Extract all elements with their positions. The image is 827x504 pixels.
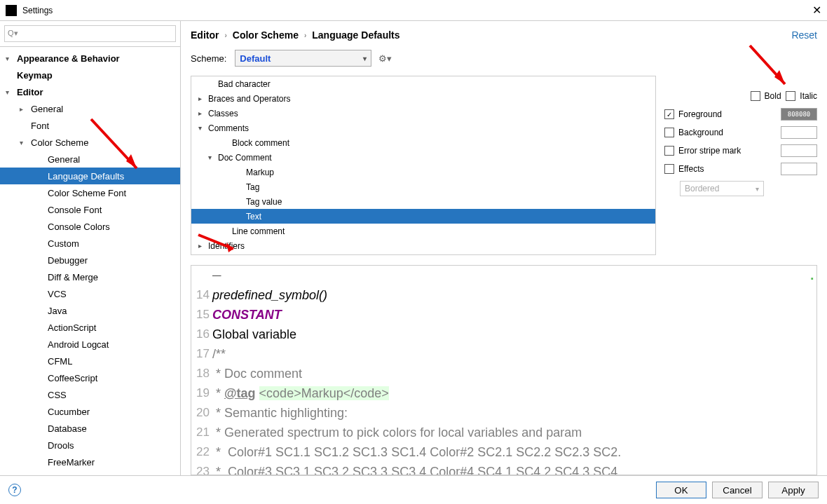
help-icon[interactable]: ? — [8, 484, 21, 496]
chevron-down-icon: ▾ — [756, 185, 759, 193]
sidebar-item[interactable]: Debugger — [0, 252, 180, 268]
background-swatch[interactable] — [781, 126, 817, 139]
main-area: Q▾ ▾Appearance & BehaviorKeymap▾Editor▸G… — [0, 21, 827, 475]
crumb-colorscheme[interactable]: Color Scheme — [233, 29, 299, 41]
outline-row[interactable]: ▸Identifiers — [191, 238, 655, 253]
outline-row[interactable]: Tag value — [191, 194, 655, 209]
sidebar-item[interactable]: Language Defaults — [0, 168, 180, 184]
cancel-button[interactable]: Cancel — [712, 482, 763, 498]
foreground-checkbox[interactable] — [664, 109, 674, 119]
preview-marker-icon: ▪ — [811, 268, 814, 288]
scheme-select[interactable]: Default ▾ — [235, 50, 371, 67]
preview-line: 22 * Color#1 SC1.1 SC1.2 SC1.3 SC1.4 Col… — [191, 442, 816, 462]
preview-line: 23 * Color#3 SC3.1 SC3.2 SC3.3 SC3.4 Col… — [191, 462, 816, 475]
dialog-footer: ? OK Cancel Apply — [0, 475, 827, 504]
preview-line: 17/** — [191, 344, 816, 364]
outline-row[interactable]: ▸Classes — [191, 106, 655, 121]
outline-row[interactable]: Block comment — [191, 135, 655, 150]
window-title: Settings — [22, 6, 812, 15]
foreground-swatch[interactable]: 808080 — [781, 108, 817, 121]
italic-checkbox[interactable] — [786, 91, 795, 101]
sidebar: Q▾ ▾Appearance & BehaviorKeymap▾Editor▸G… — [0, 21, 181, 475]
breadcrumb: Editor › Color Scheme › Language Default… — [191, 27, 817, 43]
crumb-page: Language Defaults — [312, 29, 399, 41]
attributes-tree[interactable]: Bad character▸Braces and Operators▸Class… — [191, 76, 656, 255]
effects-checkbox[interactable] — [664, 164, 674, 174]
preview-line: 16Global variable — [191, 325, 816, 344]
apply-button[interactable]: Apply — [768, 482, 819, 498]
sidebar-item[interactable]: ▸General — [0, 100, 180, 117]
sidebar-item[interactable]: CSS — [0, 386, 180, 403]
sidebar-item[interactable]: Color Scheme Font — [0, 184, 180, 201]
sidebar-item[interactable]: Drools — [0, 437, 180, 454]
sidebar-item[interactable]: Console Font — [0, 201, 180, 218]
reset-link[interactable]: Reset — [791, 29, 817, 41]
sidebar-item[interactable]: General — [0, 151, 180, 168]
properties-panel: Bold Italic Foreground 808080 Background — [656, 76, 817, 255]
bold-checkbox[interactable] — [751, 91, 760, 101]
outline-row[interactable]: ▾Comments — [191, 121, 655, 135]
preview-line: 18 * Doc comment — [191, 364, 816, 383]
scheme-row: Scheme: Default ▾ ⚙▾ — [191, 48, 817, 69]
sidebar-item[interactable]: ▾Color Scheme — [0, 134, 180, 151]
sidebar-item[interactable]: VCS — [0, 285, 180, 302]
foreground-label: Foreground — [678, 109, 722, 119]
sidebar-item[interactable]: Custom — [0, 235, 180, 252]
background-checkbox[interactable] — [664, 128, 674, 137]
sidebar-item[interactable]: Console Colors — [0, 218, 180, 235]
sidebar-item[interactable]: Android Logcat — [0, 336, 180, 353]
sidebar-item[interactable]: ActionScript — [0, 319, 180, 336]
ok-button[interactable]: OK — [656, 482, 706, 498]
preview-line: 15CONSTANT — [191, 305, 816, 325]
sidebar-item[interactable]: CFML — [0, 353, 180, 369]
crumb-editor[interactable]: Editor — [191, 29, 219, 41]
bold-label: Bold — [765, 91, 781, 101]
italic-label: Italic — [800, 91, 817, 101]
title-bar: Settings ✕ — [0, 0, 827, 21]
outline-row[interactable]: ▾Doc Comment — [191, 150, 655, 165]
app-icon — [6, 5, 17, 16]
outline-row[interactable]: Line comment — [191, 224, 655, 238]
code-preview: ▪ 14predefined_symbol()15CONSTANT16Globa… — [191, 265, 817, 475]
effects-label: Effects — [678, 164, 704, 174]
chevron-right-icon: › — [224, 32, 226, 39]
search-bar: Q▾ — [0, 21, 180, 47]
preview-line: 20 * Semantic highlighting: — [191, 403, 816, 423]
scheme-value: Default — [240, 53, 271, 64]
background-label: Background — [678, 128, 723, 137]
outline-row[interactable]: Bad character — [191, 76, 655, 91]
preview-line: 14predefined_symbol() — [191, 285, 816, 305]
sidebar-item[interactable]: ▾Editor — [0, 83, 180, 100]
sidebar-item[interactable]: Diff & Merge — [0, 268, 180, 285]
close-icon[interactable]: ✕ — [812, 4, 821, 17]
search-icon: Q▾ — [8, 29, 18, 38]
errorstripe-swatch[interactable] — [781, 144, 817, 157]
mid-row: Bad character▸Braces and Operators▸Class… — [191, 76, 817, 255]
errorstripe-checkbox[interactable] — [664, 146, 674, 156]
outline-row[interactable]: Tag — [191, 179, 655, 194]
sidebar-item[interactable]: Cucumber — [0, 403, 180, 420]
preview-line: 21 * Generated spectrum to pick colors f… — [191, 423, 816, 442]
sidebar-item[interactable]: FreeMarker — [0, 454, 180, 470]
scheme-label: Scheme: — [191, 53, 226, 64]
outline-row[interactable]: ▸Braces and Operators — [191, 91, 655, 106]
preview-line: 19 * @tag <code>Markup</code> — [191, 383, 816, 403]
effects-type-select[interactable]: Bordered ▾ — [680, 181, 764, 196]
outline-row[interactable]: Text — [191, 209, 655, 224]
sidebar-item[interactable]: Keymap — [0, 67, 180, 83]
gear-icon[interactable]: ⚙▾ — [378, 53, 392, 64]
content-pane: Editor › Color Scheme › Language Default… — [181, 21, 827, 475]
effects-swatch[interactable] — [781, 163, 817, 175]
chevron-down-icon: ▾ — [363, 55, 367, 62]
settings-tree[interactable]: ▾Appearance & BehaviorKeymap▾Editor▸Gene… — [0, 47, 180, 475]
outline-row[interactable]: Markup — [191, 165, 655, 179]
effects-type-value: Bordered — [685, 184, 719, 193]
search-input[interactable] — [4, 25, 176, 42]
sidebar-item[interactable]: Java — [0, 302, 180, 319]
sidebar-item[interactable]: Font — [0, 117, 180, 134]
sidebar-item[interactable]: CoffeeScript — [0, 369, 180, 386]
chevron-right-icon: › — [304, 32, 306, 39]
sidebar-item[interactable]: Database — [0, 420, 180, 437]
sidebar-item[interactable]: ▾Appearance & Behavior — [0, 50, 180, 67]
errorstripe-label: Error stripe mark — [678, 146, 741, 156]
